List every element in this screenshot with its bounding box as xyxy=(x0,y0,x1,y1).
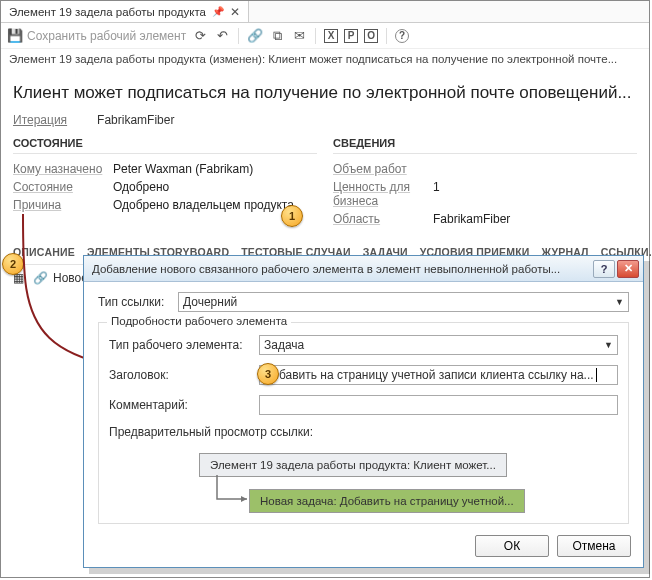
state-label: Состояние xyxy=(13,180,113,194)
preview-child-node: Новая задача: Добавить на страницу учетн… xyxy=(249,489,525,513)
link-type-label: Тип ссылки: xyxy=(98,295,168,309)
tab-work-item[interactable]: Элемент 19 задела работы продукта 📌 ✕ xyxy=(1,1,249,22)
bv-value[interactable]: 1 xyxy=(433,180,440,208)
status-heading: СОСТОЯНИЕ xyxy=(13,137,317,154)
help-icon[interactable]: ? xyxy=(395,29,409,43)
details-column: СВЕДЕНИЯ Объем работ Ценность для бизнес… xyxy=(333,137,637,228)
dialog-help-button[interactable]: ? xyxy=(593,260,615,278)
toolbar: 💾 Сохранить рабочий элемент ⟳ ↶ 🔗 ⧉ ✉ X … xyxy=(1,23,649,49)
chevron-down-icon: ▼ xyxy=(604,340,613,350)
dialog-close-button[interactable]: ✕ xyxy=(617,260,639,278)
editor-tabbar: Элемент 19 задела работы продукта 📌 ✕ xyxy=(1,1,649,23)
dialog-titlebar: Добавление нового связанного рабочего эл… xyxy=(84,256,643,282)
ok-button[interactable]: ОК xyxy=(475,535,549,557)
link-preview: Предварительный просмотр ссылки: Элемент… xyxy=(109,425,618,513)
link-type-dropdown[interactable]: Дочерний ▼ xyxy=(178,292,629,312)
comment-input[interactable] xyxy=(259,395,618,415)
group-title: Подробности рабочего элемента xyxy=(107,315,291,327)
reason-value[interactable]: Одобрено владельцем продукта xyxy=(113,198,294,212)
copy-icon[interactable]: ⧉ xyxy=(269,28,285,44)
wi-type-label: Тип рабочего элемента: xyxy=(109,338,249,352)
page-title: Клиент может подписаться на получение по… xyxy=(13,77,637,113)
state-value[interactable]: Одобрено xyxy=(113,180,169,194)
mail-icon[interactable]: ✉ xyxy=(291,28,307,44)
refresh-icon[interactable]: ⟳ xyxy=(192,28,208,44)
iteration-row: Итерация FabrikamFiber xyxy=(13,113,637,137)
chevron-down-icon: ▼ xyxy=(615,297,624,307)
bv-label: Ценность для бизнеса xyxy=(333,180,433,208)
area-value[interactable]: FabrikamFiber xyxy=(433,212,510,226)
separator xyxy=(315,28,316,44)
title-input[interactable]: Добавить на страницу учетной записи клие… xyxy=(259,365,618,385)
undo-icon[interactable]: ↶ xyxy=(214,28,230,44)
details-heading: СВЕДЕНИЯ xyxy=(333,137,637,154)
callout-2: 2 xyxy=(2,253,24,275)
wi-type-dropdown[interactable]: Задача ▼ xyxy=(259,335,618,355)
reason-label: Причина xyxy=(13,198,113,212)
pin-icon[interactable]: 📌 xyxy=(212,6,224,17)
tab-description[interactable]: ОПИСАНИЕ xyxy=(13,246,75,258)
area-label: Область xyxy=(333,212,433,226)
save-button[interactable]: 💾 Сохранить рабочий элемент xyxy=(7,28,186,44)
iteration-value[interactable]: FabrikamFiber xyxy=(97,113,174,127)
link-type-value: Дочерний xyxy=(183,295,237,309)
preview-parent-node: Элемент 19 задела работы продукта: Клиен… xyxy=(199,453,507,477)
wi-type-value: Задача xyxy=(264,338,304,352)
disk-icon: 💾 xyxy=(7,28,23,44)
cancel-button[interactable]: Отмена xyxy=(557,535,631,557)
add-link-dialog: Добавление нового связанного рабочего эл… xyxy=(83,255,644,568)
comment-label: Комментарий: xyxy=(109,398,249,412)
dialog-buttons: ОК Отмена xyxy=(475,535,631,557)
o-box-icon[interactable]: O xyxy=(364,29,378,43)
work-item-details-group: Подробности рабочего элемента Тип рабоче… xyxy=(98,322,629,524)
preview-label: Предварительный просмотр ссылки: xyxy=(109,425,618,439)
dialog-body: Тип ссылки: Дочерний ▼ Подробности рабоч… xyxy=(84,282,643,534)
separator xyxy=(238,28,239,44)
assigned-value[interactable]: Peter Waxman (Fabrikam) xyxy=(113,162,253,176)
callout-3: 3 xyxy=(257,363,279,385)
text-cursor xyxy=(596,368,597,382)
tab-title: Элемент 19 задела работы продукта xyxy=(9,6,206,18)
title-label: Заголовок: xyxy=(109,368,249,382)
iteration-label: Итерация xyxy=(13,113,67,127)
x-box-icon[interactable]: X xyxy=(324,29,338,43)
save-label: Сохранить рабочий элемент xyxy=(27,29,186,43)
link-icon[interactable]: 🔗 xyxy=(247,28,263,44)
title-value: Добавить на страницу учетной записи клие… xyxy=(264,368,594,382)
callout-1: 1 xyxy=(281,205,303,227)
preview-connector xyxy=(213,475,253,511)
effort-label: Объем работ xyxy=(333,162,433,176)
dialog-title: Добавление нового связанного рабочего эл… xyxy=(92,263,591,275)
separator xyxy=(386,28,387,44)
p-box-icon[interactable]: P xyxy=(344,29,358,43)
breadcrumb: Элемент 19 задела работы продукта (измен… xyxy=(1,49,649,69)
status-column: СОСТОЯНИЕ Кому назначеноPeter Waxman (Fa… xyxy=(13,137,317,228)
assigned-label: Кому назначено xyxy=(13,162,113,176)
add-link-icon[interactable]: 🔗 xyxy=(33,271,47,285)
close-tab-icon[interactable]: ✕ xyxy=(230,5,240,19)
